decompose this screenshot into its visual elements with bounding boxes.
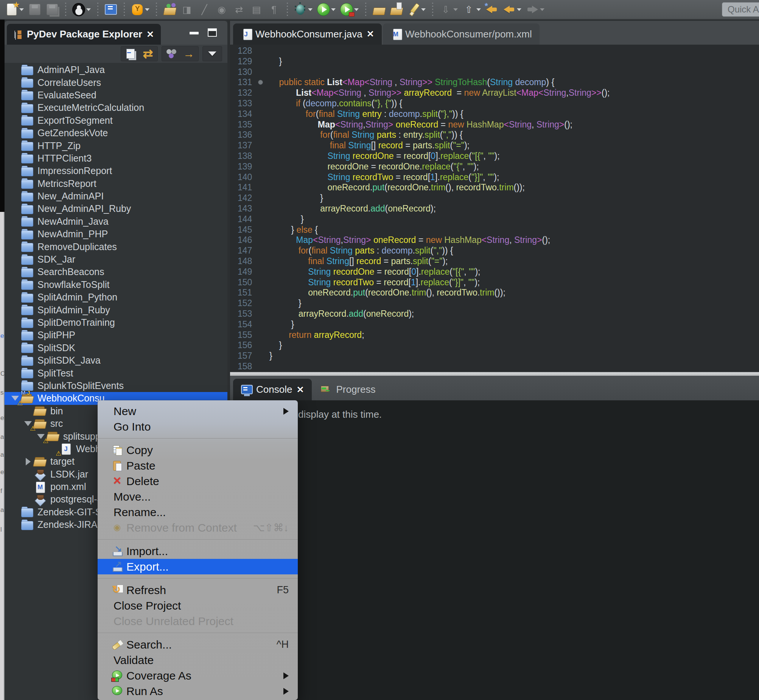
quick-access-field[interactable]: Quick A	[722, 2, 759, 17]
expand-arrow-icon[interactable]	[23, 458, 33, 466]
tree-item-adminapi-java[interactable]: AdminAPI_Java	[5, 64, 227, 76]
dropdown-caret-icon[interactable]	[453, 8, 458, 11]
export-file-button[interactable]	[462, 3, 481, 16]
folder-blue-icon	[20, 178, 34, 189]
package-explorer-tab[interactable]: PyDev Package Explorer ✕	[7, 24, 161, 45]
back-star-button[interactable]: *	[486, 3, 498, 16]
dropdown-caret-icon[interactable]	[540, 8, 545, 11]
tree-item-searchbeacons[interactable]: SearchBeacons	[5, 266, 227, 278]
tree-item-httpclient3[interactable]: HTTPClient3	[5, 152, 227, 165]
mark-occurrences-button[interactable]	[407, 3, 426, 16]
tree-item-newadmin-java[interactable]: NewAdmin_Java	[5, 215, 227, 228]
menu-item-go-into[interactable]: Go Into	[98, 419, 298, 434]
menu-item-paste[interactable]: Paste	[98, 458, 298, 473]
menu-item-copy[interactable]: Copy	[98, 442, 298, 458]
folder-blue-icon	[20, 519, 34, 530]
dropdown-caret-icon[interactable]	[331, 8, 336, 11]
console-message: display at this time.	[298, 409, 382, 420]
horizontal-scrollbar[interactable]	[230, 372, 759, 376]
close-tab-icon[interactable]: ✕	[367, 29, 374, 39]
menu-item-rename[interactable]: Rename...	[98, 505, 298, 520]
console-tab-console[interactable]: Console✕	[233, 379, 312, 400]
editor-tab-webhookconsumer-java[interactable]: WebhookConsumer.java✕	[233, 23, 382, 45]
account-button[interactable]	[72, 3, 91, 16]
dropdown-caret-icon[interactable]	[517, 8, 522, 11]
menu-item-search[interactable]: Search...^H	[98, 637, 298, 652]
close-tab-icon[interactable]: ✕	[296, 384, 304, 395]
maven-file-icon	[33, 481, 47, 493]
tree-item-getzendeskvote[interactable]: GetZendeskVote	[5, 127, 227, 139]
tree-item-correlateusers[interactable]: CorrelateUsers	[5, 76, 227, 89]
new-wizard-button[interactable]	[5, 3, 24, 16]
menu-item-delete[interactable]: Delete	[98, 473, 298, 489]
tree-item-sdk-jar[interactable]: SDK_Jar	[5, 253, 227, 266]
tree-item-newadmin-php[interactable]: NewAdmin_PHP	[5, 228, 227, 240]
menu-item-new[interactable]: New	[98, 403, 298, 419]
view-menu-icon[interactable]	[206, 48, 218, 60]
code-line: 149 String recordOne = record[0].replace…	[230, 267, 759, 277]
toolbar-separator	[431, 3, 434, 16]
coverage-menu-icon	[111, 670, 124, 682]
code-text: String recordTwo = record[1].replace("}]…	[269, 277, 480, 288]
minimize-view-icon[interactable]	[190, 32, 198, 34]
console-view: Console✕Progress display at this time.	[230, 376, 759, 700]
menu-item-coverage-as[interactable]: Coverage As	[98, 668, 298, 683]
dropdown-caret-icon[interactable]	[145, 8, 150, 11]
console-tab-progress[interactable]: Progress	[313, 379, 383, 400]
tree-item-splittest[interactable]: SplitTest	[5, 367, 227, 379]
debug-button[interactable]	[294, 3, 312, 16]
profile-button[interactable]	[340, 3, 359, 16]
back-button[interactable]	[503, 3, 522, 16]
dropdown-caret-icon[interactable]	[354, 8, 359, 11]
maximize-view-icon[interactable]	[208, 28, 217, 37]
tree-item-splitadmin-python[interactable]: SplitAdmin_Python	[5, 291, 227, 303]
dropdown-caret-icon[interactable]	[476, 8, 481, 11]
menu-item-validate[interactable]: Validate	[98, 652, 298, 668]
tree-item-new-adminapi-ruby[interactable]: New_AdminAPI_Ruby	[5, 202, 227, 215]
dropdown-caret-icon[interactable]	[86, 8, 91, 11]
menu-item-export[interactable]: Export...	[98, 559, 298, 574]
menu-item-close-project[interactable]: Close Project	[98, 598, 298, 613]
code-editor[interactable]: 128129 }130131 public static List<Map<St…	[230, 45, 759, 372]
tree-item-splitsdk[interactable]: SplitSDK	[5, 342, 227, 354]
tree-item-metricsreport[interactable]: MetricsReport	[5, 177, 227, 190]
dropdown-caret-icon[interactable]	[308, 8, 312, 11]
close-view-icon[interactable]: ✕	[147, 29, 154, 40]
tree-item-impressionreport[interactable]: ImpressionReport	[5, 165, 227, 177]
menu-item-label: Move...	[114, 491, 151, 503]
dropdown-caret-icon[interactable]	[421, 8, 426, 11]
open-folder-tasks-button[interactable]	[390, 3, 403, 16]
tree-item-splunktosplitevents[interactable]: SplunkToSplitEvents	[5, 380, 227, 392]
folder-blue-icon	[20, 203, 34, 214]
menu-item-refresh[interactable]: RefreshF5	[98, 582, 298, 598]
remote-console-button[interactable]	[105, 3, 117, 16]
tree-item-new-adminapi[interactable]: New_AdminAPI	[5, 190, 227, 202]
menu-item-import[interactable]: Import...	[98, 543, 298, 559]
focus-on-selection-icon[interactable]	[183, 48, 195, 60]
open-resource-button[interactable]	[163, 3, 176, 16]
tree-item-splitadmin-ruby[interactable]: SplitAdmin_Ruby	[5, 303, 227, 316]
tree-item-label: HTTPClient3	[37, 153, 92, 164]
tree-item-executemetriccalculation[interactable]: ExecuteMetricCalculation	[5, 102, 227, 114]
menu-item-move[interactable]: Move...	[98, 489, 298, 505]
tree-item-label: RemoveDuplicates	[37, 241, 117, 252]
link-with-editor-icon[interactable]	[142, 48, 154, 60]
tree-item-exporttosegment[interactable]: ExportToSegment	[5, 114, 227, 127]
run-button[interactable]	[317, 3, 336, 16]
tree-item-label: MetricsReport	[37, 178, 97, 189]
tree-item-evaluateseed[interactable]: EvaluateSeed	[5, 89, 227, 102]
tree-item-splitsdk-java[interactable]: SplitSDK_Java	[5, 354, 227, 367]
menu-item-run-as[interactable]: Run As	[98, 683, 298, 699]
collapse-all-icon[interactable]	[125, 48, 137, 60]
forward-button	[526, 3, 545, 16]
tree-item-label: src	[50, 418, 63, 429]
split-bug-button[interactable]	[131, 3, 150, 16]
tree-item-removeduplicates[interactable]: RemoveDuplicates	[5, 240, 227, 253]
tree-item-http-zip[interactable]: HTTP_Zip	[5, 139, 227, 152]
tree-item-snowflaketosplit[interactable]: SnowflakeToSplit	[5, 278, 227, 291]
editor-tab-webhookconsumer-pom-xml[interactable]: WebhookConsumer/pom.xml	[383, 23, 540, 45]
working-sets-icon[interactable]	[166, 48, 178, 60]
tree-item-splitdemotraining[interactable]: SplitDemoTraining	[5, 316, 227, 329]
open-folder-button[interactable]	[372, 3, 385, 16]
tree-item-splitphp[interactable]: SplitPHP	[5, 329, 227, 341]
